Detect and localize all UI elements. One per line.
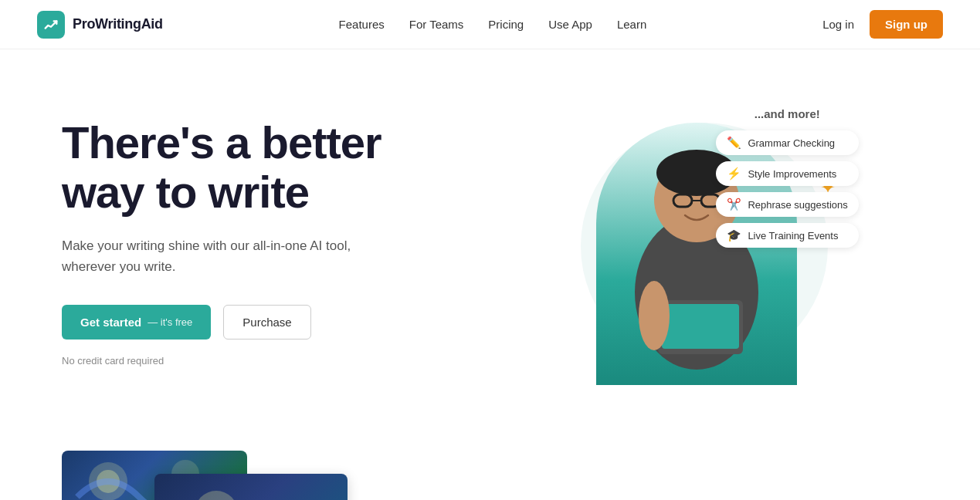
training-icon: 🎓 [727,228,741,242]
hero-title-line1: There's a better [62,117,381,167]
hero-title: There's a better way to write [62,118,490,217]
pill-rephrase-label: Rephrase suggestions [748,199,847,211]
svg-rect-7 [662,304,739,349]
pill-grammar: ✏️ Grammar Checking [716,130,858,155]
section-two-content: Do you feel like your writing lets you d… [448,497,918,500]
feature-pills-list: ✏️ Grammar Checking ⚡ Style Improvements… [716,130,858,248]
navbar-right: Log in Sign up [822,10,943,39]
rephrase-icon: ✂️ [727,198,741,211]
login-link[interactable]: Log in [822,18,854,31]
brand-logo-area: ProWritingAid [37,11,163,39]
purchase-button[interactable]: Purchase [223,305,310,340]
starry-bg-2 [154,474,348,500]
style-icon: ⚡ [727,167,741,181]
nav-learn[interactable]: Learn [617,18,646,31]
pill-grammar-label: Grammar Checking [748,137,835,149]
pill-style-label: Style Improvements [748,168,836,180]
brand-name: ProWritingAid [73,16,163,32]
hero-buttons: Get started — it's free Purchase [62,305,490,340]
nav-features[interactable]: Features [339,18,385,31]
hero-title-line2: way to write [62,167,309,217]
nav-for-teams[interactable]: For Teams [409,18,464,31]
nav-pricing[interactable]: Pricing [488,18,524,31]
pill-rephrase: ✂️ Rephrase suggestions [716,192,858,217]
svg-point-8 [639,281,670,350]
logo-icon [37,11,65,39]
get-started-button[interactable]: Get started — it's free [62,305,211,340]
signup-button[interactable]: Sign up [870,10,943,39]
and-more-text: ...and more! [754,107,820,120]
nav-use-app[interactable]: Use App [548,18,592,31]
pill-style: ⚡ Style Improvements [716,161,858,186]
hero-content: There's a better way to write Make your … [62,118,490,367]
hero-subtitle: Make your writing shine with our all-in-… [62,235,386,277]
painting-front: My idea in my head [154,474,348,500]
free-label: — it's free [148,316,192,328]
navbar: ProWritingAid Features For Teams Pricing… [0,0,980,49]
painting-area: My idea in my head [62,451,386,500]
get-started-label: Get started [80,316,141,329]
grammar-icon: ✏️ [727,136,741,150]
hero-section: There's a better way to write Make your … [0,49,980,420]
painting-stack: My idea in my head [62,451,355,500]
illustration-container: ✦ ...and more! ✏️ Grammar Checking ⚡ Sty… [550,100,859,385]
pill-training-label: Live Training Events [748,230,838,242]
section-two-title: Do you feel like your writing lets you d… [448,497,918,500]
section-two: My idea in my head Do you feel like your… [0,420,980,500]
hero-illustration: ✦ ...and more! ✏️ Grammar Checking ⚡ Sty… [490,96,919,389]
svg-point-15 [195,491,238,500]
pill-training: 🎓 Live Training Events [716,223,858,248]
no-credit-card-text: No credit card required [62,355,490,367]
nav-links: Features For Teams Pricing Use App Learn [339,18,647,31]
